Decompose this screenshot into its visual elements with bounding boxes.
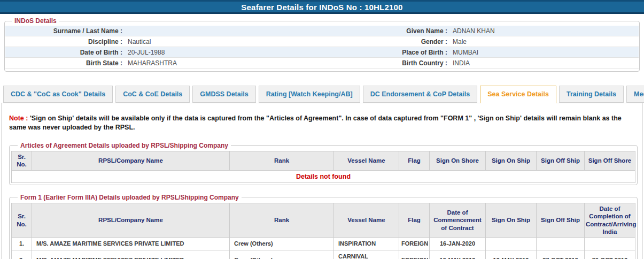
table-cell: CARNIVAL INSPIRATION bbox=[334, 250, 399, 259]
field-value: MUMBAI bbox=[451, 49, 639, 56]
column-header: Sign Off Ship bbox=[537, 203, 585, 238]
table-cell: 30-OCT-2019 bbox=[585, 250, 635, 259]
table-cell bbox=[585, 238, 635, 250]
form1-fieldset: Form 1 (Earlier Form IIIA) Details uploa… bbox=[9, 194, 638, 259]
table-cell: M/S. AMAZE MARITIME SERVICES PRIVATE LIM… bbox=[32, 238, 230, 250]
column-header: Date of Commencement of Contract bbox=[430, 203, 486, 238]
form1-header-row: Sr. No.RPSL/Company NameRankVessel NameF… bbox=[12, 203, 635, 238]
indos-row: Discipline :NauticalGender :Male bbox=[5, 36, 639, 47]
field-label: Birth State : bbox=[5, 59, 126, 67]
field-value: ADNAN KHAN bbox=[451, 27, 639, 35]
table-cell: M/S. AMAZE MARITIME SERVICES PRIVATE LIM… bbox=[32, 250, 230, 259]
form1-body: 1.M/S. AMAZE MARITIME SERVICES PRIVATE L… bbox=[12, 238, 635, 259]
indos-row: Surname / Last Name :Given Name :ADNAN K… bbox=[5, 26, 639, 36]
field-label: Surname / Last Name : bbox=[5, 27, 126, 35]
column-header: Sign Off Shore bbox=[585, 151, 635, 170]
column-header: Sign Off Ship bbox=[537, 151, 585, 170]
field-label: Gender : bbox=[329, 38, 451, 45]
tab-rating-watch-keeping-ab[interactable]: Rating [Watch Keeping/AB] bbox=[259, 86, 360, 103]
indos-row: Birth State :MAHARASHTRABirth Country :I… bbox=[5, 58, 639, 68]
column-header: Sign On Ship bbox=[486, 151, 537, 170]
page-title: Seafarer Details for INDoS No : 10HL2100 bbox=[241, 3, 402, 12]
field-value: INDIA bbox=[451, 59, 639, 67]
table-cell bbox=[537, 238, 585, 250]
field-label: Given Name : bbox=[329, 27, 451, 35]
table-cell: Crew (Others) bbox=[230, 238, 334, 250]
table-cell: 1. bbox=[12, 238, 32, 250]
field-value: Male bbox=[451, 38, 639, 45]
indos-row: Date of Birth :20-JUL-1988Place of Birth… bbox=[5, 47, 639, 58]
column-header: Flag bbox=[399, 203, 430, 238]
table-cell: FOREIGN bbox=[399, 250, 430, 259]
note-body: 'Sign on Ship' details will be available… bbox=[9, 115, 622, 131]
articles-body: Details not found bbox=[12, 170, 635, 182]
column-header: Sign On Shore bbox=[430, 151, 486, 170]
column-header: Date of Completion of Contract/Arriving … bbox=[585, 203, 635, 238]
form1-legend: Form 1 (Earlier Form IIIA) Details uploa… bbox=[18, 194, 242, 201]
column-header: Rank bbox=[230, 151, 334, 170]
table-cell bbox=[486, 238, 537, 250]
column-header: Sr. No. bbox=[12, 203, 32, 238]
table-row: 1.M/S. AMAZE MARITIME SERVICES PRIVATE L… bbox=[12, 238, 635, 250]
articles-of-agreement-legend: Articles of Agreement Details uploaded b… bbox=[18, 142, 231, 149]
sea-service-panel: Note : 'Sign on Ship' details will be av… bbox=[1, 103, 643, 259]
note-text: Note : 'Sign on Ship' details will be av… bbox=[8, 111, 636, 133]
table-cell: INSPIRATION bbox=[334, 238, 399, 250]
column-header: Flag bbox=[399, 151, 430, 170]
page-header: Seafarer Details for INDoS No : 10HL2100 bbox=[0, 0, 644, 14]
field-label: Date of Birth : bbox=[5, 49, 126, 56]
table-cell: 16-JAN-2020 bbox=[430, 238, 486, 250]
column-header: Sign On Ship bbox=[486, 203, 537, 238]
tab-gmdss-details[interactable]: GMDSS Details bbox=[192, 86, 255, 103]
details-not-found-message: Details not found bbox=[12, 170, 635, 182]
articles-of-agreement-table: Sr. No.RPSL/Company NameRankVessel NameF… bbox=[11, 151, 635, 183]
column-header: RPSL/Company Name bbox=[32, 151, 230, 170]
tab-sea-service-details[interactable]: Sea Service Details bbox=[480, 86, 556, 103]
indos-details-fieldset: INDoS Details Surname / Last Name :Given… bbox=[4, 17, 640, 72]
field-label: Place of Birth : bbox=[329, 49, 451, 56]
tab-dc-endorsement-cop-details[interactable]: DC Endorsement & CoP Details bbox=[363, 86, 478, 103]
tab-training-details[interactable]: Training Details bbox=[559, 86, 624, 103]
table-cell: Crew (Others) bbox=[230, 250, 334, 259]
form1-table: Sr. No.RPSL/Company NameRankVessel NameF… bbox=[11, 203, 635, 259]
column-header: RPSL/Company Name bbox=[32, 203, 230, 238]
articles-header-row: Sr. No.RPSL/Company NameRankVessel NameF… bbox=[12, 151, 635, 170]
note-prefix: Note : bbox=[9, 115, 28, 122]
column-header: Rank bbox=[230, 203, 334, 238]
indos-details-legend: INDoS Details bbox=[12, 17, 59, 25]
table-cell: 2. bbox=[12, 250, 32, 259]
field-value: 20-JUL-1988 bbox=[126, 49, 329, 56]
articles-of-agreement-fieldset: Articles of Agreement Details uploaded b… bbox=[9, 142, 638, 185]
column-header: Sr. No. bbox=[12, 151, 32, 170]
field-value: Nautical bbox=[126, 38, 329, 45]
tab-cdc-coc-as-cook-details[interactable]: CDC & "CoC as Cook" Details bbox=[3, 86, 113, 103]
table-cell: 27-OCT-2019 bbox=[537, 250, 585, 259]
field-value: MAHARASHTRA bbox=[126, 59, 329, 67]
tab-medical-fitness-certificate[interactable]: Medical Fitness Certificate bbox=[626, 86, 644, 103]
empty-row: Details not found bbox=[12, 170, 635, 182]
table-cell: 19-MAY-2019 bbox=[486, 250, 537, 259]
table-row: 2.M/S. AMAZE MARITIME SERVICES PRIVATE L… bbox=[12, 250, 635, 259]
field-label: Birth Country : bbox=[329, 59, 451, 67]
tab-bar: CDC & "CoC as Cook" DetailsCoC & CoE Det… bbox=[3, 86, 644, 103]
table-cell: FOREIGN bbox=[399, 238, 430, 250]
column-header: Vessel Name bbox=[334, 151, 399, 170]
column-header: Vessel Name bbox=[334, 203, 399, 238]
field-label: Discipline : bbox=[5, 38, 126, 45]
indos-rows: Surname / Last Name :Given Name :ADNAN K… bbox=[5, 26, 639, 68]
tab-coc-coe-details[interactable]: CoC & CoE Details bbox=[115, 86, 190, 103]
table-cell: 19-MAY-2019 bbox=[430, 250, 486, 259]
